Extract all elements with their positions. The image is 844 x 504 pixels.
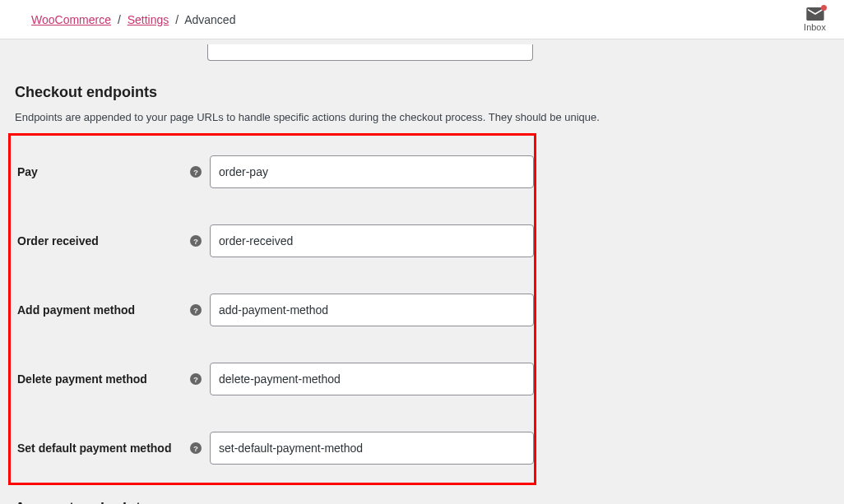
svg-text:?: ? — [193, 306, 198, 315]
inbox-button[interactable]: Inbox — [804, 7, 826, 32]
pay-endpoint-input[interactable] — [210, 155, 534, 188]
field-label: Set default payment method — [17, 442, 190, 455]
help-icon[interactable]: ? — [190, 166, 202, 178]
highlighted-fields-box: Pay ? Order received ? Add payment metho… — [8, 133, 536, 485]
account-endpoints-section: Account endpoints Endpoints are appended… — [15, 500, 829, 504]
help-icon[interactable]: ? — [190, 373, 202, 385]
field-label: Order received — [17, 234, 190, 247]
field-row-delete-payment-method: Delete payment method ? — [11, 344, 534, 414]
add-payment-method-endpoint-input[interactable] — [210, 294, 534, 326]
partial-input-bottom[interactable] — [207, 44, 533, 61]
field-row-order-received: Order received ? — [11, 206, 534, 275]
delete-payment-method-endpoint-input[interactable] — [210, 363, 534, 395]
breadcrumb-link-woocommerce[interactable]: WooCommerce — [31, 13, 111, 26]
breadcrumb: WooCommerce / Settings / Advanced — [31, 13, 235, 26]
top-bar: WooCommerce / Settings / Advanced Inbox — [0, 0, 844, 39]
checkout-endpoints-description: Endpoints are appended to your page URLs… — [15, 111, 829, 123]
field-row-add-payment-method: Add payment method ? — [11, 275, 534, 344]
notification-dot-icon — [821, 5, 827, 11]
set-default-payment-method-endpoint-input[interactable] — [210, 432, 534, 465]
main-content: Checkout endpoints Endpoints are appende… — [0, 44, 844, 504]
inbox-label: Inbox — [804, 22, 826, 32]
help-icon[interactable]: ? — [190, 304, 202, 316]
field-label: Add payment method — [17, 303, 190, 317]
breadcrumb-current: Advanced — [184, 13, 235, 26]
field-row-pay: Pay ? — [11, 142, 534, 206]
partial-field-wrap — [207, 44, 829, 61]
breadcrumb-separator: / — [175, 13, 179, 26]
checkout-endpoints-title: Checkout endpoints — [15, 84, 829, 101]
svg-text:?: ? — [193, 168, 198, 177]
field-label: Pay — [17, 165, 190, 178]
breadcrumb-link-settings[interactable]: Settings — [128, 13, 169, 26]
mail-icon — [806, 7, 824, 21]
order-received-endpoint-input[interactable] — [210, 224, 534, 257]
field-row-set-default-payment-method: Set default payment method ? — [11, 414, 534, 471]
svg-text:?: ? — [193, 237, 198, 246]
field-label: Delete payment method — [17, 372, 190, 386]
help-icon[interactable]: ? — [190, 235, 202, 247]
help-icon[interactable]: ? — [190, 442, 202, 454]
account-endpoints-title: Account endpoints — [15, 500, 829, 504]
svg-text:?: ? — [193, 375, 198, 384]
svg-text:?: ? — [193, 444, 198, 453]
breadcrumb-separator: / — [118, 13, 121, 26]
